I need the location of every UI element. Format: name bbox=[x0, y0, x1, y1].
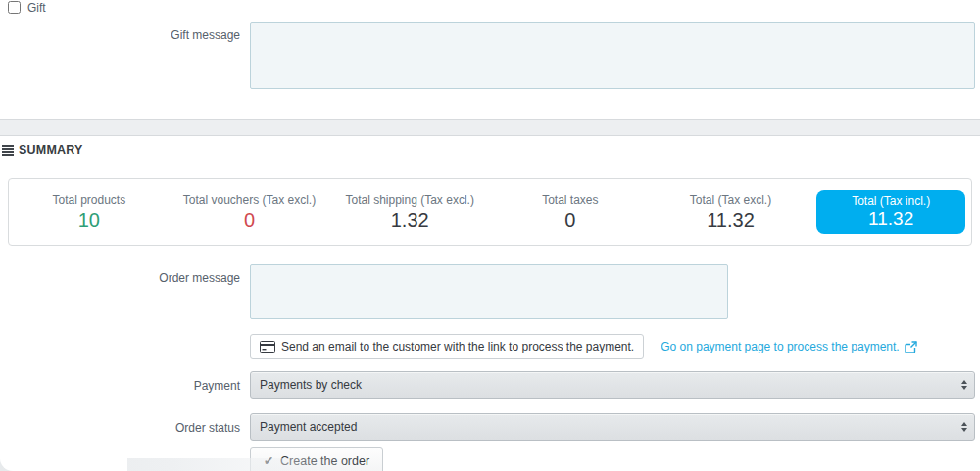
gift-panel: Gift Gift message bbox=[0, 0, 980, 119]
credit-card-icon bbox=[260, 341, 275, 353]
gift-message-textarea[interactable] bbox=[250, 22, 975, 89]
gift-checkbox-label: Gift bbox=[27, 1, 46, 15]
payment-select[interactable]: Payments by check bbox=[250, 371, 975, 399]
summary-header-title: SUMMARY bbox=[19, 143, 83, 157]
total-shipping-label: Total shipping (Tax excl.) bbox=[329, 193, 490, 207]
total-shipping-col: Total shipping (Tax excl.) 1.32 bbox=[329, 193, 490, 231]
gift-checkbox[interactable] bbox=[8, 1, 21, 14]
order-totals-box: Total products 10 Total vouchers (Tax ex… bbox=[8, 178, 972, 246]
total-vouchers-label: Total vouchers (Tax excl.) bbox=[170, 193, 330, 207]
payment-row: Payment Payments by check bbox=[0, 371, 980, 399]
total-tax-excl-label: Total (Tax excl.) bbox=[651, 193, 811, 207]
summary-header: SUMMARY bbox=[0, 136, 980, 157]
up-down-arrows-icon bbox=[961, 380, 967, 390]
order-status-row: Order status Payment accepted bbox=[0, 413, 980, 441]
total-tax-incl-badge: Total (Tax incl.) 11.32 bbox=[816, 190, 965, 234]
total-taxes-col: Total taxes 0 bbox=[490, 193, 651, 231]
go-to-payment-page-link[interactable]: Go on payment page to process the paymen… bbox=[661, 340, 916, 353]
go-to-payment-page-label: Go on payment page to process the paymen… bbox=[661, 340, 899, 353]
gift-message-label: Gift message bbox=[0, 22, 240, 42]
section-divider-band bbox=[0, 119, 980, 136]
total-products-value: 10 bbox=[9, 210, 170, 231]
total-tax-incl-col: Total (Tax incl.) 11.32 bbox=[810, 190, 971, 234]
send-payment-email-label: Send an email to the customer with the l… bbox=[281, 340, 634, 353]
list-lines-icon bbox=[2, 145, 14, 156]
gift-checkbox-row: Gift bbox=[0, 0, 980, 15]
payment-label: Payment bbox=[0, 371, 240, 393]
order-message-label: Order message bbox=[0, 264, 240, 285]
total-vouchers-value: 0 bbox=[170, 210, 330, 231]
total-vouchers-col: Total vouchers (Tax excl.) 0 bbox=[170, 193, 330, 231]
order-message-row: Order message bbox=[0, 264, 980, 319]
panel-bottom-rounded-corner bbox=[0, 458, 127, 471]
external-link-icon bbox=[905, 341, 917, 353]
payment-actions-row: Send an email to the customer with the l… bbox=[250, 334, 980, 359]
order-status-select[interactable]: Payment accepted bbox=[250, 413, 975, 441]
order-status-label: Order status bbox=[0, 413, 240, 435]
gift-message-row: Gift message bbox=[0, 22, 980, 89]
summary-panel: SUMMARY Total products 10 Total vouchers… bbox=[0, 136, 980, 471]
order-status-select-value: Payment accepted bbox=[260, 420, 357, 434]
total-taxes-label: Total taxes bbox=[490, 193, 651, 207]
total-tax-excl-col: Total (Tax excl.) 11.32 bbox=[651, 193, 811, 231]
total-tax-incl-label: Total (Tax incl.) bbox=[836, 194, 946, 208]
total-tax-excl-value: 11.32 bbox=[651, 210, 811, 231]
send-payment-email-button[interactable]: Send an email to the customer with the l… bbox=[250, 334, 644, 359]
order-message-textarea[interactable] bbox=[250, 264, 728, 319]
total-products-col: Total products 10 bbox=[9, 193, 170, 231]
total-tax-incl-value: 11.32 bbox=[836, 209, 946, 229]
up-down-arrows-icon bbox=[961, 422, 967, 432]
payment-select-value: Payments by check bbox=[260, 378, 362, 392]
total-products-label: Total products bbox=[9, 193, 170, 207]
total-taxes-value: 0 bbox=[490, 210, 651, 231]
total-shipping-value: 1.32 bbox=[329, 210, 490, 231]
